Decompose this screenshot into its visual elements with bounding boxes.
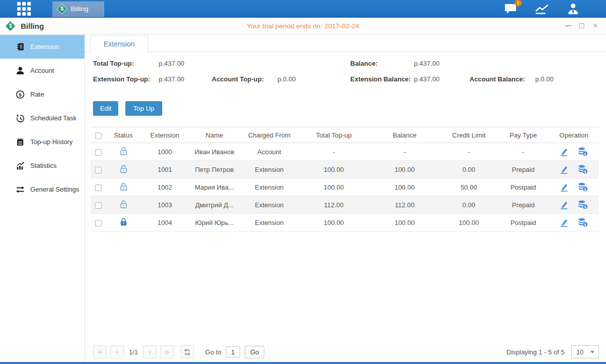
table-header-row: StatusExtensionNameCharged FromTotal Top… xyxy=(90,127,599,143)
select-all-checkbox[interactable] xyxy=(95,132,102,139)
user-account-icon[interactable] xyxy=(567,3,580,15)
sidebar-item-scheduled-task[interactable]: Scheduled Task xyxy=(0,106,84,130)
cell-charged-from: Account xyxy=(240,143,298,161)
edit-icon[interactable] xyxy=(559,217,569,228)
edit-icon[interactable] xyxy=(559,147,569,157)
table-row: 1000Иван ИвановAccount----$ xyxy=(90,143,599,161)
main-content: Extension Total Top-up: p.437.00 Balance… xyxy=(85,34,606,362)
refresh-icon xyxy=(183,348,191,356)
edit-icon[interactable] xyxy=(559,164,569,174)
extension-topup-label: Extension Top-up: xyxy=(93,75,150,83)
extension-balance-value: p.437.00 xyxy=(414,75,440,83)
row-checkbox[interactable] xyxy=(95,167,102,173)
row-checkbox[interactable] xyxy=(95,149,102,156)
column-header-operation: Operation xyxy=(549,127,599,143)
sidebar-item-general-settings[interactable]: General Settings xyxy=(0,177,84,201)
tab-extension[interactable]: Extension xyxy=(90,35,148,53)
sidebar-item-top-up-history[interactable]: Top-up History xyxy=(0,130,84,154)
close-button[interactable]: × xyxy=(592,22,599,29)
page-size-select[interactable]: 10 xyxy=(571,345,599,358)
cell-credit-limit: - xyxy=(440,143,498,161)
cell-pay-type: Postpaid xyxy=(498,214,549,232)
minimize-button[interactable] xyxy=(565,22,572,29)
prev-page-icon: ‹ xyxy=(116,348,118,356)
row-checkbox[interactable] xyxy=(95,202,102,209)
page-size-value: 10 xyxy=(576,348,583,356)
caret-down-icon xyxy=(590,351,594,353)
next-page-button[interactable]: › xyxy=(143,345,157,358)
edit-button[interactable]: Edit xyxy=(93,101,118,116)
sidebar-item-label: Rate xyxy=(30,90,44,98)
top-up-button[interactable]: Top Up xyxy=(125,101,162,116)
total-topup-value: p.437.00 xyxy=(159,60,184,67)
first-page-icon: « xyxy=(98,348,102,356)
trial-notice: Your trial period ends on: 2017-02-24 xyxy=(0,22,606,30)
table-row: 1004Юрий Юрь...Extension100.00100.00100.… xyxy=(90,214,599,232)
refresh-button[interactable] xyxy=(180,345,194,358)
goto-page-input[interactable] xyxy=(226,346,240,357)
rate-icon: $ xyxy=(16,90,25,99)
account-balance-label: Account Balance: xyxy=(470,75,525,83)
statistics-chart-icon[interactable] xyxy=(534,3,549,15)
edit-icon[interactable] xyxy=(559,182,569,192)
displaying-text: Displaying 1 - 5 of 5 xyxy=(506,348,565,356)
row-checkbox[interactable] xyxy=(95,220,102,226)
lock-open-icon[interactable] xyxy=(119,164,128,174)
maximize-button[interactable] xyxy=(578,22,585,29)
column-header-name: Name xyxy=(189,127,240,143)
top-bar: $ Billing ! xyxy=(0,0,606,18)
edit-icon[interactable] xyxy=(559,200,569,210)
cell-name: Юрий Юрь... xyxy=(189,214,240,232)
extension-icon xyxy=(16,42,25,52)
messages-icon[interactable]: ! xyxy=(504,3,517,15)
billing-summary: Total Top-up: p.437.00 Balance: p.437.00… xyxy=(85,59,606,90)
row-checkbox[interactable] xyxy=(95,185,102,191)
window-bottom-edge xyxy=(0,362,606,364)
topup-icon[interactable]: $ xyxy=(577,164,588,174)
svg-text:$: $ xyxy=(584,152,587,156)
cell-name: Петр Петров xyxy=(189,161,240,178)
go-button[interactable]: Go xyxy=(245,346,264,358)
lock-open-icon[interactable] xyxy=(119,181,128,192)
topup-icon[interactable]: $ xyxy=(577,217,588,228)
last-page-button[interactable]: » xyxy=(160,345,174,358)
column-header-total-top-up: Total Top-up xyxy=(298,127,369,143)
cell-name: Дмитрий Д... xyxy=(189,196,240,214)
topup-icon[interactable]: $ xyxy=(577,200,588,210)
prev-page-button[interactable]: ‹ xyxy=(110,345,124,358)
sidebar-item-statistics[interactable]: Statistics xyxy=(0,154,84,177)
app-launcher-icon[interactable] xyxy=(17,2,31,16)
window-title: Billing xyxy=(21,22,44,30)
sidebar-item-extension[interactable]: Extension xyxy=(0,35,84,59)
window-billing-icon: $ xyxy=(5,20,16,31)
window-title-bar: $ Billing Your trial period ends on: 201… xyxy=(0,18,606,34)
cell-extension: 1002 xyxy=(141,178,189,196)
sidebar-item-account[interactable]: Account xyxy=(0,59,84,82)
lock-open-icon[interactable] xyxy=(119,146,128,156)
svg-text:$: $ xyxy=(19,92,22,97)
sidebar-item-label: Scheduled Task xyxy=(30,114,77,122)
topup-icon[interactable]: $ xyxy=(577,147,588,157)
lock-open-icon[interactable] xyxy=(119,199,128,209)
cell-name: Мария Ива... xyxy=(189,178,240,196)
cell-total-topup: 112.00 xyxy=(298,196,369,214)
cell-balance: 100.00 xyxy=(369,178,440,196)
cell-credit-limit: 0.00 xyxy=(440,196,498,214)
billing-app-tab[interactable]: $ Billing xyxy=(53,2,104,17)
sidebar-item-rate[interactable]: $Rate xyxy=(0,82,84,106)
column-header-charged-from: Charged From xyxy=(240,127,298,143)
lock-closed-icon[interactable] xyxy=(119,217,128,227)
cell-balance: 100.00 xyxy=(369,161,440,178)
balance-value: p.437.00 xyxy=(414,60,440,67)
first-page-button[interactable]: « xyxy=(93,345,107,358)
extension-balance-label: Extension Balance: xyxy=(350,75,411,83)
table-row: 1003Дмитрий Д...Extension112.00112.000.0… xyxy=(90,196,599,214)
action-buttons: Edit Top Up xyxy=(93,101,606,116)
topup-icon[interactable]: $ xyxy=(577,182,588,192)
column-header-status: Status xyxy=(106,127,141,143)
balance-label: Balance: xyxy=(350,60,378,67)
cell-balance: 112.00 xyxy=(369,196,440,214)
last-page-icon: » xyxy=(165,348,169,356)
next-page-icon: › xyxy=(149,348,151,356)
cell-balance: - xyxy=(369,143,440,161)
